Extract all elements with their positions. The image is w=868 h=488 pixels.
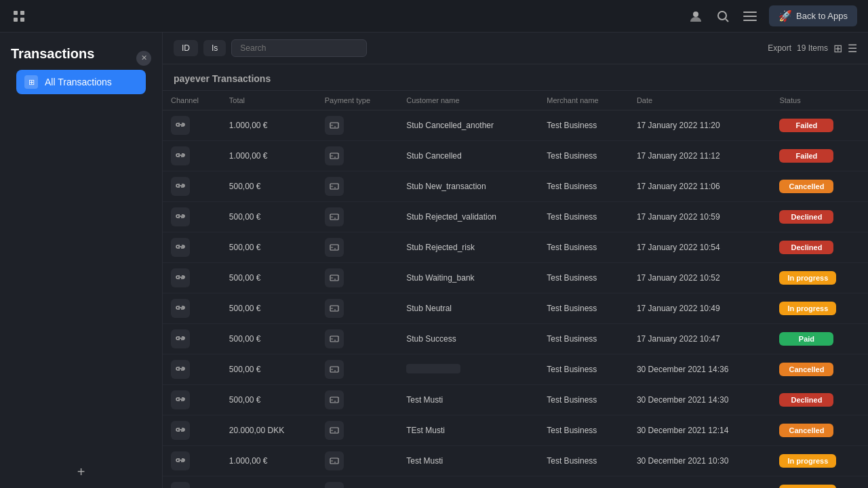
cell-date: 30 December 2021 10:30 — [629, 446, 772, 476]
grid-view-icon[interactable]: ⊞ — [833, 42, 842, 55]
cell-date: 17 January 2022 11:06 — [629, 171, 772, 202]
topnav-left — [11, 8, 27, 24]
channel-link-icon — [171, 299, 190, 318]
cell-date: 17 January 2022 10:49 — [629, 293, 772, 324]
cell-total: 1.000,00 € — [221, 476, 317, 489]
close-sidebar-button[interactable]: ✕ — [136, 51, 151, 66]
channel-link-icon — [171, 238, 190, 257]
cell-channel — [163, 263, 221, 293]
svg-rect-22 — [331, 308, 333, 309]
status-badge: Paid — [779, 332, 833, 346]
cell-merchant-name: Test Business — [538, 141, 629, 171]
cell-date: 17 January 2022 11:20 — [629, 110, 772, 141]
table-row[interactable]: 20.000,00 DKKTEst MustiTest Business30 D… — [163, 415, 868, 446]
payment-card-icon — [325, 390, 344, 409]
menu-icon[interactable] — [742, 8, 758, 24]
sidebar-item-all-transactions[interactable]: ⊞ All Transactions — [16, 70, 146, 94]
svg-rect-0 — [14, 11, 18, 15]
cell-total: 500,00 € — [221, 263, 317, 293]
svg-point-5 — [718, 12, 726, 20]
channel-link-icon — [171, 116, 190, 135]
cell-payment-type — [317, 415, 399, 446]
cell-status: Cancelled — [771, 171, 868, 202]
cell-payment-type — [317, 324, 399, 354]
payment-card-icon — [325, 482, 344, 488]
search-input[interactable] — [231, 39, 367, 57]
sidebar-title: Transactions — [11, 46, 94, 62]
cell-customer-name: Test Musti — [398, 476, 538, 489]
cell-payment-type — [317, 110, 399, 141]
status-badge: In progress — [779, 271, 836, 285]
svg-rect-8 — [743, 16, 757, 17]
status-badge: Declined — [779, 241, 833, 254]
table-row[interactable]: 500,00 €Test Business30 December 2021 14… — [163, 354, 868, 385]
cell-date: 17 January 2022 10:59 — [629, 202, 772, 232]
cell-customer-name: Stub Waiting_bank — [398, 263, 538, 293]
id-filter-chip[interactable]: ID — [174, 40, 198, 56]
cell-total: 20.000,00 DKK — [221, 415, 317, 446]
table-row[interactable]: 500,00 €Stub Waiting_bankTest Business17… — [163, 263, 868, 293]
table-row[interactable]: 500,00 €Stub Rejected_validationTest Bus… — [163, 202, 868, 232]
status-badge: In progress — [779, 485, 836, 488]
cell-customer-name: Stub Neutral — [398, 293, 538, 324]
channel-link-icon — [171, 451, 190, 470]
table-row[interactable]: 500,00 €Test MustiTest Business30 Decemb… — [163, 385, 868, 415]
svg-rect-3 — [20, 18, 24, 22]
cell-channel — [163, 446, 221, 476]
cell-total: 1.000,00 € — [221, 110, 317, 141]
table-row[interactable]: 1.000,00 €Test MustiTest Business30 Dece… — [163, 476, 868, 489]
add-button[interactable]: + — [77, 464, 85, 480]
is-filter-chip[interactable]: Is — [203, 40, 226, 56]
search-icon[interactable] — [715, 8, 731, 24]
table-row[interactable]: 1.000,00 €Test MustiTest Business30 Dece… — [163, 446, 868, 476]
cell-status: Declined — [771, 385, 868, 415]
cell-payment-type — [317, 171, 399, 202]
svg-rect-28 — [331, 399, 333, 401]
cell-channel — [163, 385, 221, 415]
payment-card-icon — [325, 421, 344, 440]
cell-date: 30 December 2021 14:30 — [629, 385, 772, 415]
cell-customer-name: Stub Cancelled — [398, 141, 538, 171]
table-row[interactable]: 500,00 €Stub SuccessTest Business17 Janu… — [163, 324, 868, 354]
table-row[interactable]: 1.000,00 €Stub CancelledTest Business17 … — [163, 141, 868, 171]
export-button[interactable]: Export — [768, 43, 791, 53]
status-badge: In progress — [779, 302, 836, 315]
cell-status: Cancelled — [771, 354, 868, 385]
svg-rect-16 — [331, 216, 333, 218]
cell-merchant-name: Test Business — [538, 354, 629, 385]
table-row[interactable]: 500,00 €Stub Rejected_riskTest Business1… — [163, 232, 868, 263]
svg-rect-20 — [331, 277, 333, 279]
svg-point-4 — [693, 12, 698, 17]
cell-date: 17 January 2022 10:52 — [629, 263, 772, 293]
cell-merchant-name: Test Business — [538, 415, 629, 446]
cell-status: Cancelled — [771, 415, 868, 446]
table-row[interactable]: 1.000,00 €Stub Cancelled_anotherTest Bus… — [163, 110, 868, 141]
cell-channel — [163, 324, 221, 354]
table-row[interactable]: 500,00 €Stub New_transactionTest Busines… — [163, 171, 868, 202]
list-view-icon[interactable]: ☰ — [848, 42, 857, 55]
cell-status: In progress — [771, 446, 868, 476]
channel-link-icon — [171, 390, 190, 409]
cell-customer-name: Test Musti — [398, 446, 538, 476]
cell-customer-name: Stub Success — [398, 324, 538, 354]
channel-link-icon — [171, 207, 190, 226]
transactions-table-container: Channel Total Payment type Customer name… — [163, 91, 868, 488]
col-date: Date — [629, 91, 772, 110]
items-count: 19 Items — [797, 43, 828, 53]
cell-date: 30 December 2021 10:05 — [629, 476, 772, 489]
redacted-customer — [406, 364, 460, 373]
back-to-apps-button[interactable]: 🚀 Back to Apps — [769, 5, 857, 26]
table-title: payever Transactions — [174, 73, 271, 84]
cell-customer-name: TEst Musti — [398, 415, 538, 446]
apps-icon[interactable] — [11, 8, 27, 24]
svg-rect-30 — [331, 430, 333, 431]
account-icon[interactable] — [688, 8, 704, 24]
table-row[interactable]: 500,00 €Stub NeutralTest Business17 Janu… — [163, 293, 868, 324]
cell-payment-type — [317, 476, 399, 489]
cell-merchant-name: Test Business — [538, 232, 629, 263]
cell-customer-name: Stub Rejected_validation — [398, 202, 538, 232]
svg-rect-10 — [331, 125, 333, 126]
cell-total: 500,00 € — [221, 232, 317, 263]
cell-status: Paid — [771, 324, 868, 354]
channel-link-icon — [171, 482, 190, 488]
